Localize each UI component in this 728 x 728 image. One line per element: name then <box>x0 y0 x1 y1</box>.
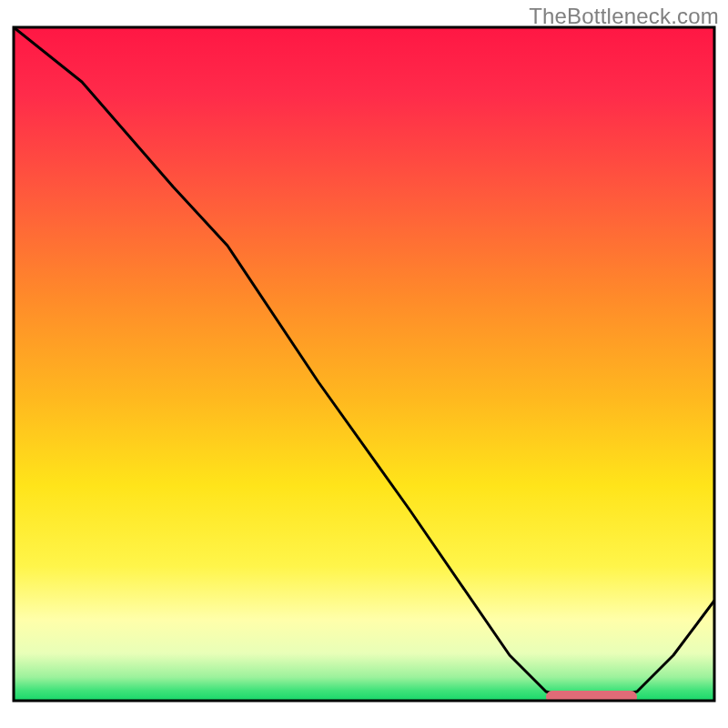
bottleneck-chart <box>0 0 728 728</box>
gradient-background <box>14 27 714 701</box>
chart-container: TheBottleneck.com <box>0 0 728 728</box>
plot-area <box>14 27 714 703</box>
watermark-text: TheBottleneck.com <box>529 4 719 29</box>
